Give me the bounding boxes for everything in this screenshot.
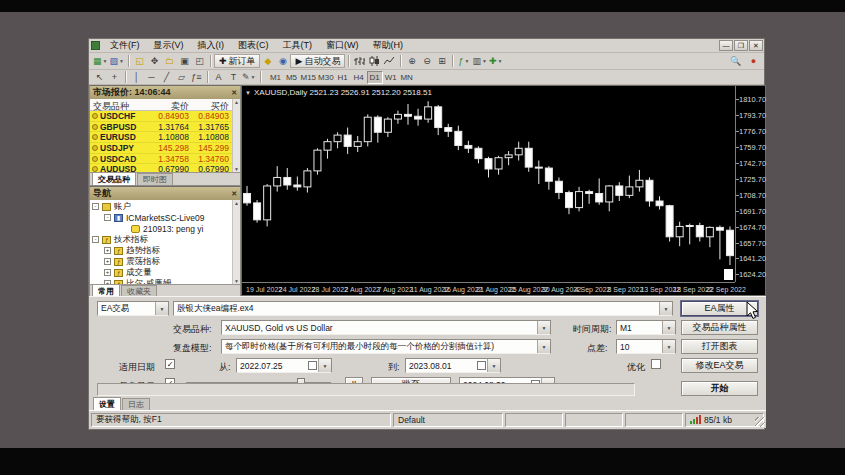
column-ask[interactable]: 买价 bbox=[192, 99, 232, 110]
spread-select[interactable]: 10▼ bbox=[616, 339, 676, 354]
timeframe-button-m15[interactable]: M15 bbox=[300, 71, 318, 84]
tree-item[interactable]: +ƒ成交量 bbox=[90, 267, 232, 278]
restore-button[interactable]: ❐ bbox=[734, 40, 748, 51]
timeframe-button-m1[interactable]: M1 bbox=[268, 71, 284, 84]
tree-expander-icon[interactable]: - bbox=[92, 236, 99, 243]
new-chart-icon[interactable]: ▦▼ bbox=[92, 55, 108, 68]
timeframe-button-h4[interactable]: H4 bbox=[351, 71, 367, 84]
navigator-icon[interactable]: 🗀 bbox=[162, 55, 177, 68]
to-date-field[interactable]: 2023.08.01▼ bbox=[405, 358, 501, 373]
tester-mode-select[interactable]: EA交易▼ bbox=[97, 301, 169, 316]
text-icon[interactable]: A bbox=[211, 71, 226, 84]
terminal-icon[interactable]: ▣ bbox=[177, 55, 192, 68]
menu-item-2[interactable]: 插入(I) bbox=[191, 38, 232, 53]
market-watch-row[interactable]: USDCAD1.347581.34760 bbox=[90, 154, 234, 165]
chart-canvas[interactable] bbox=[242, 86, 735, 282]
expert-advisor-select[interactable]: 殷银大侠ea编程.ex4▼ bbox=[173, 301, 673, 316]
menu-item-3[interactable]: 图表(C) bbox=[231, 38, 276, 53]
menu-item-5[interactable]: 窗口(W) bbox=[319, 38, 366, 53]
fibonacci-icon[interactable]: ƒ≡ bbox=[189, 71, 204, 84]
resize-grip[interactable] bbox=[755, 417, 765, 427]
column-bid[interactable]: 卖价 bbox=[152, 99, 192, 110]
tree-expander-icon[interactable]: + bbox=[104, 258, 111, 265]
shapes-icon[interactable]: ✎▼ bbox=[241, 71, 257, 84]
record-icon[interactable]: ● bbox=[746, 54, 761, 67]
chart-window[interactable]: ▼ XAUUSD,Daily 2521.23 2526.91 2512.20 2… bbox=[241, 85, 766, 296]
market-watch-close-icon[interactable]: ✕ bbox=[231, 89, 237, 97]
minimize-button[interactable]: — bbox=[719, 40, 733, 51]
market-watch-row[interactable]: USDCHF0.849030.84903 bbox=[90, 111, 234, 122]
tree-expander-icon[interactable]: - bbox=[92, 203, 99, 210]
market-watch-icon[interactable]: ◱ bbox=[132, 55, 147, 68]
model-select[interactable]: 每个即时价格(基于所有可利用的最小时段的每一个价格的分割插值计算)▼ bbox=[221, 339, 551, 354]
channel-icon[interactable]: ▱ bbox=[174, 71, 189, 84]
cursor-icon[interactable]: ↖ bbox=[92, 71, 107, 84]
horizontal-line-icon[interactable]: ─ bbox=[144, 71, 159, 84]
market-watch-row[interactable]: AUDUSD0.679900.67990 bbox=[90, 164, 234, 172]
time-axis[interactable]: 19 Jul 202224 Jul 202228 Jul 20222 Aug 2… bbox=[242, 282, 735, 296]
tree-expander-icon[interactable]: + bbox=[104, 269, 111, 276]
magnifier-icon[interactable]: 🔍 bbox=[728, 54, 743, 67]
menu-item-0[interactable]: 文件(F) bbox=[103, 38, 147, 53]
tree-expander-icon[interactable]: - bbox=[104, 214, 111, 221]
profiles-icon[interactable]: ▧▼ bbox=[108, 55, 124, 68]
line-chart-icon[interactable] bbox=[382, 55, 397, 68]
timeframe-button-w1[interactable]: W1 bbox=[383, 71, 399, 84]
use-date-checkbox[interactable]: ✓ bbox=[165, 359, 175, 369]
autotrading-button[interactable]: ▶自动交易 bbox=[290, 54, 345, 68]
chart-expand-icon[interactable]: ▼ bbox=[245, 90, 251, 96]
periods-icon[interactable]: ▥▼ bbox=[471, 55, 487, 68]
timeframe-button-d1[interactable]: D1 bbox=[367, 71, 383, 84]
tree-expander-icon[interactable]: + bbox=[104, 247, 111, 254]
menu-item-6[interactable]: 帮助(H) bbox=[366, 38, 411, 53]
templates-icon[interactable]: ✚▼ bbox=[488, 55, 504, 68]
close-button[interactable]: ✕ bbox=[749, 40, 763, 51]
new-order-button[interactable]: ✚新订单 bbox=[214, 54, 261, 68]
column-symbol[interactable]: 交易品种 bbox=[90, 99, 152, 110]
timeframe-button-mn[interactable]: MN bbox=[399, 71, 415, 84]
text-label-icon[interactable]: T bbox=[226, 71, 241, 84]
price-axis[interactable]: 1810.701793.701776.701759.701742.701725.… bbox=[735, 86, 766, 282]
market-watch-row[interactable]: EURUSD1.108081.10808 bbox=[90, 132, 234, 143]
trendline-icon[interactable]: ╱ bbox=[159, 71, 174, 84]
crosshair-icon[interactable]: + bbox=[107, 71, 122, 84]
tile-windows-icon[interactable]: ⊞ bbox=[434, 55, 449, 68]
market-watch-row[interactable]: USDJPY145.298145.299 bbox=[90, 143, 234, 154]
indicators-icon[interactable]: ƒ▼ bbox=[456, 55, 471, 68]
market-watch-scrollbar[interactable]: ▲▼ bbox=[232, 99, 240, 172]
bar-chart-icon[interactable] bbox=[352, 55, 367, 68]
zoom-in-icon[interactable]: ⊕ bbox=[404, 55, 419, 68]
menu-item-4[interactable]: 工具(T) bbox=[276, 38, 320, 53]
tree-item[interactable]: 210913: peng yi bbox=[90, 223, 232, 234]
market-watch-row[interactable]: GBPUSD1.317641.31765 bbox=[90, 122, 234, 133]
candlestick-chart-icon[interactable] bbox=[367, 55, 382, 68]
tab-symbols[interactable]: 交易品种 bbox=[92, 172, 136, 185]
timeframe-button-m5[interactable]: M5 bbox=[284, 71, 300, 84]
tree-item[interactable]: +ƒ趋势指标 bbox=[90, 245, 232, 256]
vertical-line-icon[interactable]: │ bbox=[129, 71, 144, 84]
navigator-close-icon[interactable]: ✕ bbox=[231, 190, 237, 198]
tab-journal[interactable]: 日志 bbox=[122, 398, 150, 410]
tab-tick-chart[interactable]: 即时图 bbox=[137, 173, 173, 185]
chart-scroll-thumb[interactable] bbox=[724, 269, 733, 280]
from-date-field[interactable]: 2022.07.25▼ bbox=[236, 358, 332, 373]
expert-properties-button[interactable]: EA属性 bbox=[681, 301, 758, 316]
period-select[interactable]: M1▼ bbox=[616, 320, 676, 335]
timeframe-button-m30[interactable]: M30 bbox=[317, 71, 335, 84]
tree-item[interactable]: -账户 bbox=[90, 201, 232, 212]
modify-expert-button[interactable]: 修改EA交易 bbox=[681, 358, 758, 373]
tree-item[interactable]: -ƒ技术指标 bbox=[90, 234, 232, 245]
tab-settings[interactable]: 设置 bbox=[93, 397, 121, 410]
symbol-select[interactable]: XAUUSD, Gold vs US Dollar▼ bbox=[221, 320, 551, 335]
tree-item[interactable]: +ƒ震荡指标 bbox=[90, 256, 232, 267]
navigator-scrollbar[interactable]: ▲▼ bbox=[232, 200, 240, 284]
metaeditor-icon[interactable]: ◆ bbox=[260, 55, 275, 68]
mql-community-icon[interactable]: ◉ bbox=[275, 55, 290, 68]
optimize-checkbox[interactable] bbox=[651, 359, 661, 369]
strategy-tester-icon[interactable]: ◰ bbox=[192, 55, 207, 68]
symbol-properties-button[interactable]: 交易品种属性 bbox=[681, 320, 758, 335]
start-button[interactable]: 开始 bbox=[681, 381, 758, 396]
menu-item-1[interactable]: 显示(V) bbox=[147, 38, 191, 53]
zoom-out-icon[interactable]: ⊖ bbox=[419, 55, 434, 68]
data-window-icon[interactable]: ✥ bbox=[147, 55, 162, 68]
